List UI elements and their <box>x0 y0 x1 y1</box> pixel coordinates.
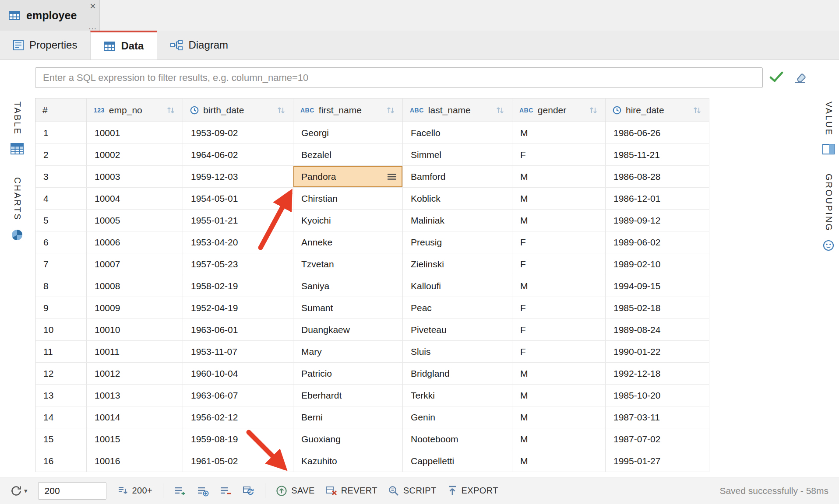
data-cell[interactable]: Genin <box>403 406 512 428</box>
sort-icon[interactable] <box>166 106 176 115</box>
sort-icon[interactable] <box>495 106 505 115</box>
row-number-cell[interactable]: 13 <box>35 385 87 406</box>
row-number-cell[interactable]: 6 <box>35 231 87 253</box>
data-cell[interactable]: 10005 <box>87 210 183 231</box>
tab-overflow-icon[interactable]: ... <box>88 22 97 31</box>
data-cell[interactable]: 1959-08-19 <box>183 428 293 450</box>
data-cell[interactable]: 1953-09-02 <box>183 122 293 144</box>
data-cell[interactable]: Cappelletti <box>403 450 512 472</box>
data-cell[interactable]: 1963-06-07 <box>183 385 293 406</box>
fetch-next-page-button[interactable]: 200+ <box>117 485 153 497</box>
data-cell[interactable]: M <box>512 450 606 472</box>
data-cell[interactable]: 1957-05-23 <box>183 253 293 275</box>
data-cell[interactable]: 1989-08-24 <box>606 319 709 341</box>
data-cell[interactable]: Peac <box>403 297 512 319</box>
tab-data[interactable]: Data <box>90 31 157 60</box>
data-cell[interactable]: F <box>512 253 606 275</box>
data-cell[interactable]: Koblick <box>403 188 512 210</box>
data-cell[interactable]: Nooteboom <box>403 428 512 450</box>
data-cell[interactable]: 10013 <box>87 385 183 406</box>
data-cell[interactable]: 1986-06-26 <box>606 122 709 144</box>
data-cell[interactable]: Piveteau <box>403 319 512 341</box>
data-cell[interactable]: Berni <box>293 406 403 428</box>
sort-icon[interactable] <box>276 106 286 115</box>
row-number-cell[interactable]: 1 <box>35 122 87 144</box>
apply-filter-icon[interactable] <box>769 71 784 83</box>
data-cell[interactable]: M <box>512 385 606 406</box>
column-header-emp-no[interactable]: 123 emp_no <box>87 98 183 122</box>
data-cell[interactable]: 1952-04-19 <box>183 297 293 319</box>
tab-properties[interactable]: Properties <box>0 31 90 60</box>
panel-tab-grouping[interactable]: GROUPING <box>823 174 834 251</box>
data-cell[interactable]: Georgi <box>293 122 403 144</box>
data-cell[interactable]: Preusig <box>403 231 512 253</box>
delete-row-icon[interactable] <box>219 485 232 497</box>
data-cell[interactable]: M <box>512 363 606 385</box>
data-cell[interactable]: 10014 <box>87 406 183 428</box>
row-number-cell[interactable]: 2 <box>35 144 87 166</box>
row-number-cell[interactable]: 8 <box>35 275 87 297</box>
data-cell[interactable]: 10011 <box>87 341 183 363</box>
data-cell[interactable]: Duangkaew <box>293 319 403 341</box>
data-cell[interactable]: 1961-05-02 <box>183 450 293 472</box>
row-number-cell[interactable]: 3 <box>35 166 87 188</box>
data-cell[interactable]: 1956-02-12 <box>183 406 293 428</box>
row-number-cell[interactable]: 15 <box>35 428 87 450</box>
clear-filter-eraser-icon[interactable] <box>793 72 807 84</box>
export-button[interactable]: EXPORT <box>447 485 498 497</box>
data-cell[interactable]: 1959-12-03 <box>183 166 293 188</box>
data-cell[interactable]: F <box>512 144 606 166</box>
data-cell[interactable]: Facello <box>403 122 512 144</box>
row-number-cell[interactable]: 4 <box>35 188 87 210</box>
save-button[interactable]: SAVE <box>276 485 314 497</box>
data-cell[interactable]: F <box>512 297 606 319</box>
close-tab-icon[interactable]: × <box>90 1 96 11</box>
data-cell[interactable]: M <box>512 275 606 297</box>
data-cell[interactable]: 10004 <box>87 188 183 210</box>
row-number-cell[interactable]: 10 <box>35 319 87 341</box>
data-cell[interactable]: 1987-03-11 <box>606 406 709 428</box>
data-cell[interactable]: 1989-06-02 <box>606 231 709 253</box>
data-cell[interactable]: 10016 <box>87 450 183 472</box>
data-cell[interactable]: Bamford <box>403 166 512 188</box>
data-cell[interactable]: Kalloufi <box>403 275 512 297</box>
editor-tab-employee[interactable]: employee × ... <box>0 0 100 31</box>
data-cell[interactable]: Patricio <box>293 363 403 385</box>
data-cell[interactable]: Simmel <box>403 144 512 166</box>
column-header-hire-date[interactable]: hire_date <box>606 98 709 122</box>
column-header-birth-date[interactable]: birth_date <box>183 98 293 122</box>
sort-icon[interactable] <box>589 106 598 115</box>
refresh-grid-icon[interactable] <box>242 485 254 497</box>
filter-input[interactable] <box>35 67 763 88</box>
data-cell[interactable]: 1995-01-27 <box>606 450 709 472</box>
data-cell[interactable]: 10003 <box>87 166 183 188</box>
data-cell[interactable]: 10015 <box>87 428 183 450</box>
data-cell[interactable]: 10007 <box>87 253 183 275</box>
panel-tab-value[interactable]: VALUE <box>822 102 835 154</box>
add-row-icon[interactable] <box>174 485 186 497</box>
data-cell[interactable]: 1963-06-01 <box>183 319 293 341</box>
data-cell[interactable]: F <box>512 341 606 363</box>
data-cell[interactable]: 1986-08-28 <box>606 166 709 188</box>
data-cell[interactable]: 1985-10-20 <box>606 385 709 406</box>
data-cell[interactable]: Zielinski <box>403 253 512 275</box>
data-cell[interactable]: 1958-02-19 <box>183 275 293 297</box>
duplicate-row-icon[interactable] <box>197 485 209 497</box>
data-cell[interactable]: 1985-11-21 <box>606 144 709 166</box>
data-cell[interactable]: 1953-11-07 <box>183 341 293 363</box>
data-cell[interactable]: M <box>512 210 606 231</box>
data-cell[interactable]: Maliniak <box>403 210 512 231</box>
data-cell[interactable]: Eberhardt <box>293 385 403 406</box>
data-cell[interactable]: Guoxiang <box>293 428 403 450</box>
data-cell[interactable]: Pandora <box>293 166 403 188</box>
data-cell[interactable]: F <box>512 231 606 253</box>
data-cell[interactable]: Anneke <box>293 231 403 253</box>
data-cell[interactable]: Mary <box>293 341 403 363</box>
row-number-cell[interactable]: 9 <box>35 297 87 319</box>
data-cell[interactable]: 1990-01-22 <box>606 341 709 363</box>
data-cell[interactable]: M <box>512 406 606 428</box>
script-button[interactable]: SCRIPT <box>388 485 437 497</box>
data-cell[interactable]: Sumant <box>293 297 403 319</box>
row-number-cell[interactable]: 11 <box>35 341 87 363</box>
data-cell[interactable]: 1985-02-18 <box>606 297 709 319</box>
